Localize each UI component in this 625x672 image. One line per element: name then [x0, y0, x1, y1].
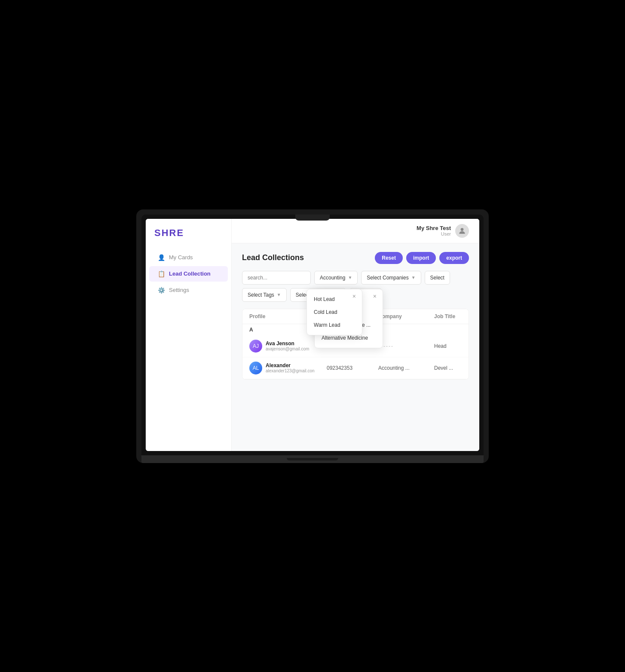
settings-icon: ⚙️: [158, 287, 165, 294]
industry-dropdown-close[interactable]: ×: [371, 292, 379, 301]
my-cards-icon: 👤: [158, 254, 165, 261]
svg-point-0: [461, 228, 464, 231]
tags-dropdown-close[interactable]: ×: [350, 292, 358, 301]
name-alex: Alexander: [266, 362, 315, 368]
sidebar: SHRE 👤 My Cards 📋 Lead Collection ⚙️ S: [146, 219, 232, 451]
companies-label: Select Companies: [367, 275, 408, 281]
user-role: User: [417, 231, 451, 236]
tags-dropdown-trigger[interactable]: Select Tags ▼: [242, 288, 287, 302]
laptop-base: [141, 455, 484, 463]
job-alex: Devel ...: [434, 365, 469, 371]
sidebar-item-settings-label: Settings: [169, 287, 189, 293]
laptop-notch: [295, 215, 330, 221]
avatar-ava: AJ: [249, 340, 262, 353]
email-ava: avajenson@gmail.com: [266, 347, 309, 351]
avatar: [455, 224, 469, 238]
sidebar-item-settings[interactable]: ⚙️ Settings: [149, 282, 228, 298]
search-input[interactable]: [242, 271, 311, 285]
header-actions: Reset import export: [375, 252, 469, 264]
company-ava: ------: [378, 343, 434, 349]
laptop-base-notch: [287, 458, 338, 460]
tags-dropdown-menu: × Hot Lead Cold Lead Warm Lead: [306, 289, 362, 335]
email-alex: alexander123@gmail.con: [266, 368, 315, 373]
tag-hot-lead-label: Hot Lead: [314, 296, 335, 302]
app-container: SHRE 👤 My Cards 📋 Lead Collection ⚙️ S: [146, 219, 479, 451]
phone-alex: 092342353: [327, 365, 378, 371]
companies-chevron-icon: ▼: [411, 275, 416, 280]
user-name: My Shre Test: [417, 225, 451, 231]
profile-info-ava: Ava Jenson avajenson@gmail.com: [266, 341, 309, 351]
sidebar-item-lead-collection-label: Lead Collection: [169, 270, 211, 277]
tag-item-warm-lead[interactable]: Warm Lead: [307, 319, 362, 331]
user-info: My Shre Test User: [417, 224, 469, 238]
name-ava: Ava Jenson: [266, 341, 309, 347]
companies-dropdown-trigger[interactable]: Select Companies ▼: [361, 271, 421, 285]
tag-cold-lead-label: Cold Lead: [314, 309, 337, 315]
col-job: Job Title: [434, 313, 469, 319]
page-header: Lead Collections Reset import export: [242, 252, 469, 264]
laptop-frame: SHRE 👤 My Cards 📋 Lead Collection ⚙️ S: [136, 209, 489, 463]
industry-chevron-icon: ▼: [348, 275, 352, 280]
tag-item-cold-lead[interactable]: Cold Lead: [307, 306, 362, 319]
sidebar-nav: 👤 My Cards 📋 Lead Collection ⚙️ Settings: [146, 250, 231, 298]
import-button[interactable]: import: [406, 252, 436, 264]
tag-warm-lead-label: Warm Lead: [314, 322, 340, 328]
reset-button[interactable]: Reset: [375, 252, 403, 264]
select-dropdown-trigger[interactable]: Select: [425, 271, 450, 285]
tags-label: Select Tags: [248, 292, 274, 298]
export-button[interactable]: export: [439, 252, 469, 264]
profile-cell-alex: AL Alexander alexander123@gmail.con: [249, 362, 327, 374]
laptop-screen: SHRE 👤 My Cards 📋 Lead Collection ⚙️ S: [146, 219, 479, 451]
page-title: Lead Collections: [242, 253, 304, 262]
user-text: My Shre Test User: [417, 225, 451, 236]
page-content: Lead Collections Reset import export: [232, 243, 479, 388]
dropdown-item-alt-medicine-label: Alternative Medicine: [322, 335, 368, 341]
avatar-alex: AL: [249, 362, 262, 374]
select-label: Select: [430, 275, 444, 281]
main-content: My Shre Test User Lead Collections: [232, 219, 479, 451]
logo: SHRE: [146, 227, 231, 249]
tags-chevron-icon: ▼: [277, 292, 281, 297]
lead-collection-icon: 📋: [158, 270, 165, 277]
company-alex: Accounting ...: [378, 365, 434, 371]
sidebar-item-lead-collection[interactable]: 📋 Lead Collection: [149, 266, 228, 282]
filter-bar: Accounting ▼ Select Companies ▼ Select: [242, 271, 469, 302]
industry-dropdown-trigger[interactable]: Accounting ▼: [314, 271, 358, 285]
screen-bezel: SHRE 👤 My Cards 📋 Lead Collection ⚙️ S: [141, 215, 484, 455]
table-row: AL Alexander alexander123@gmail.con 0923…: [242, 357, 469, 379]
sidebar-item-my-cards[interactable]: 👤 My Cards: [149, 250, 228, 265]
sidebar-item-my-cards-label: My Cards: [169, 254, 193, 261]
job-ava: Head: [434, 343, 469, 349]
top-header: My Shre Test User: [232, 219, 479, 243]
industry-label: Accounting: [320, 275, 345, 281]
profile-info-alex: Alexander alexander123@gmail.con: [266, 362, 315, 373]
col-company: Company: [378, 313, 434, 319]
